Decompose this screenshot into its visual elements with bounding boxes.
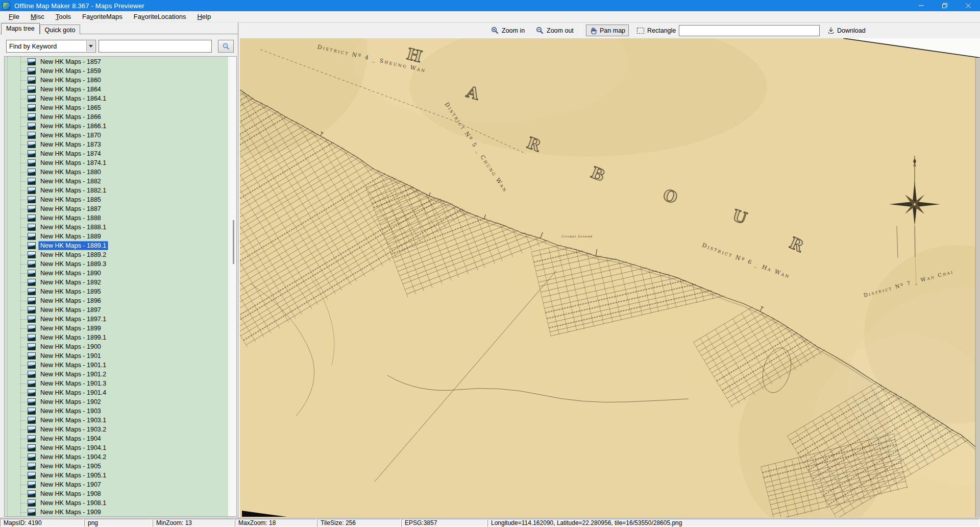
tree-item[interactable]: New HK Maps - 1903 [5, 406, 228, 416]
tree-item[interactable]: New HK Maps - 1880 [5, 167, 228, 177]
menu-help[interactable]: Help [191, 11, 216, 22]
tree-item-label[interactable]: New HK Maps - 1905 [38, 462, 103, 471]
tree-item[interactable]: New HK Maps - 1887 [5, 204, 228, 213]
tree-item-label[interactable]: New HK Maps - 1890 [38, 269, 103, 278]
chevron-down-icon[interactable] [86, 41, 95, 52]
tree-item[interactable]: New HK Maps - 1900 [5, 342, 228, 351]
tree-item-label[interactable]: New HK Maps - 1874.1 [38, 158, 108, 167]
tree-item-label[interactable]: New HK Maps - 1896 [38, 296, 103, 305]
tree-item[interactable]: New HK Maps - 1865 [5, 103, 228, 112]
tree-item-label[interactable]: New HK Maps - 1882 [38, 177, 103, 186]
tree-item-label[interactable]: New HK Maps - 1870 [38, 131, 103, 140]
tree-item[interactable]: New HK Maps - 1864.1 [5, 94, 228, 103]
restore-button[interactable] [933, 0, 957, 11]
tab-maps-tree[interactable]: Maps tree [1, 23, 40, 34]
tree-item[interactable]: New HK Maps - 1903.2 [5, 425, 228, 434]
tree-item[interactable]: New HK Maps - 1882.1 [5, 186, 228, 195]
tree-item[interactable]: New HK Maps - 1889.2 [5, 250, 228, 259]
tree-item[interactable]: New HK Maps - 1873 [5, 140, 228, 149]
tree-item-label[interactable]: New HK Maps - 1905.1 [38, 471, 108, 480]
tree-item[interactable]: New HK Maps - 1897.1 [5, 315, 228, 324]
menu-misc[interactable]: Misc [25, 11, 50, 22]
tree-item-label[interactable]: New HK Maps - 1909 [38, 508, 103, 517]
tree-item-label[interactable]: New HK Maps - 1904.2 [38, 452, 108, 462]
tree-item-label[interactable]: New HK Maps - 1901.2 [38, 370, 108, 379]
menu-favoritelocations[interactable]: FavoriteLocations [128, 11, 192, 22]
tree-item-label[interactable]: New HK Maps - 1888 [38, 213, 103, 223]
maps-tree[interactable]: New HK Maps - 1857 New HK Maps - 1859 Ne… [4, 56, 237, 517]
menu-favoritemaps[interactable]: FavoriteMaps [77, 11, 128, 22]
tree-item-label[interactable]: New HK Maps - 1880 [38, 167, 103, 177]
tree-item[interactable]: New HK Maps - 1889 [5, 232, 228, 241]
menu-tools[interactable]: Tools [50, 11, 77, 22]
zoom-out-button[interactable]: Zoom out [532, 25, 577, 36]
tree-item[interactable]: New HK Maps - 1909 [5, 508, 228, 517]
tree-item[interactable]: New HK Maps - 1892 [5, 278, 228, 287]
tree-item[interactable]: New HK Maps - 1908.1 [5, 498, 228, 508]
tree-item[interactable]: New HK Maps - 1864 [5, 85, 228, 94]
tree-item[interactable]: New HK Maps - 1901.4 [5, 388, 228, 397]
tree-item-label[interactable]: New HK Maps - 1908 [38, 489, 103, 498]
tree-item[interactable]: New HK Maps - 1866 [5, 112, 228, 122]
tree-item-label[interactable]: New HK Maps - 1866 [38, 112, 103, 122]
tree-scrollbar-thumb[interactable] [233, 220, 234, 264]
tree-item-label[interactable]: New HK Maps - 1882.1 [38, 186, 108, 195]
tree-item-label[interactable]: New HK Maps - 1889.3 [38, 259, 108, 269]
tree-item[interactable]: New HK Maps - 1859 [5, 66, 228, 76]
tree-item-label[interactable]: New HK Maps - 1857 [38, 57, 103, 66]
tree-item[interactable]: New HK Maps - 1904.2 [5, 452, 228, 462]
tree-item[interactable]: New HK Maps - 1904 [5, 434, 228, 443]
tree-item-label[interactable]: New HK Maps - 1907 [38, 480, 103, 489]
tree-item-label[interactable]: New HK Maps - 1889.2 [38, 250, 108, 259]
tree-item-label[interactable]: New HK Maps - 1866.1 [38, 122, 108, 131]
tree-item[interactable]: New HK Maps - 1901.2 [5, 370, 228, 379]
tree-item[interactable]: New HK Maps - 1905 [5, 462, 228, 471]
search-button[interactable] [218, 40, 234, 53]
tree-item[interactable]: New HK Maps - 1907 [5, 480, 228, 489]
tree-item-label[interactable]: New HK Maps - 1901.1 [38, 361, 108, 370]
tree-item-label[interactable]: New HK Maps - 1897.1 [38, 315, 108, 324]
tree-item-label[interactable]: New HK Maps - 1899.1 [38, 333, 108, 342]
pan-map-button[interactable]: Pan map [586, 25, 629, 36]
tree-item[interactable]: New HK Maps - 1888 [5, 213, 228, 223]
tree-item-label[interactable]: New HK Maps - 1864.1 [38, 94, 108, 103]
tree-item[interactable]: New HK Maps - 1897 [5, 305, 228, 315]
search-input[interactable] [99, 40, 212, 53]
tree-item[interactable]: New HK Maps - 1896 [5, 296, 228, 305]
tree-item[interactable]: New HK Maps - 1874 [5, 149, 228, 158]
tree-item[interactable]: New HK Maps - 1882 [5, 177, 228, 186]
tree-item[interactable]: New HK Maps - 1905.1 [5, 471, 228, 480]
tree-item[interactable]: New HK Maps - 1860 [5, 76, 228, 85]
download-button[interactable]: Download [824, 25, 869, 36]
tree-item[interactable]: New HK Maps - 1908 [5, 489, 228, 498]
tree-item[interactable]: New HK Maps - 1889.3 [5, 259, 228, 269]
tree-item-label[interactable]: New HK Maps - 1888.1 [38, 223, 108, 232]
tree-item[interactable]: New HK Maps - 1874.1 [5, 158, 228, 167]
tree-item[interactable]: New HK Maps - 1888.1 [5, 223, 228, 232]
tree-item-label[interactable]: New HK Maps - 1897 [38, 305, 103, 315]
tree-item[interactable]: New HK Maps - 1890 [5, 269, 228, 278]
zoom-in-button[interactable]: Zoom in [487, 25, 528, 36]
tree-item[interactable]: New HK Maps - 1866.1 [5, 122, 228, 131]
tree-item-label[interactable]: New HK Maps - 1902 [38, 397, 103, 406]
tree-item[interactable]: New HK Maps - 1901.3 [5, 379, 228, 388]
close-button[interactable] [957, 0, 980, 11]
minimize-button[interactable] [910, 0, 933, 11]
download-name-input[interactable] [679, 25, 820, 36]
tree-item-label[interactable]: New HK Maps - 1874 [38, 149, 103, 158]
tree-item-label[interactable]: New HK Maps - 1903.2 [38, 425, 108, 434]
find-mode-combobox[interactable]: Find by Keyword [6, 40, 96, 53]
map-viewport[interactable]: HARBOUR District Nº 4 _ Sheung WanDistri… [240, 38, 980, 517]
tree-item-label[interactable]: New HK Maps - 1889 [38, 232, 103, 241]
tree-item-label[interactable]: New HK Maps - 1873 [38, 140, 103, 149]
tree-item-label[interactable]: New HK Maps - 1885 [38, 195, 103, 204]
tree-item-label[interactable]: New HK Maps - 1901.3 [38, 379, 108, 388]
tree-item-label[interactable]: New HK Maps - 1900 [38, 342, 103, 351]
tree-item[interactable]: New HK Maps - 1899 [5, 324, 228, 333]
menu-file[interactable]: File [3, 11, 25, 22]
tree-item-label[interactable]: New HK Maps - 1895 [38, 287, 103, 296]
tree-item-label[interactable]: New HK Maps - 1865 [38, 103, 103, 112]
tree-item[interactable]: New HK Maps - 1903.1 [5, 416, 228, 425]
tree-item-label[interactable]: New HK Maps - 1859 [38, 66, 103, 76]
tree-item[interactable]: New HK Maps - 1885 [5, 195, 228, 204]
